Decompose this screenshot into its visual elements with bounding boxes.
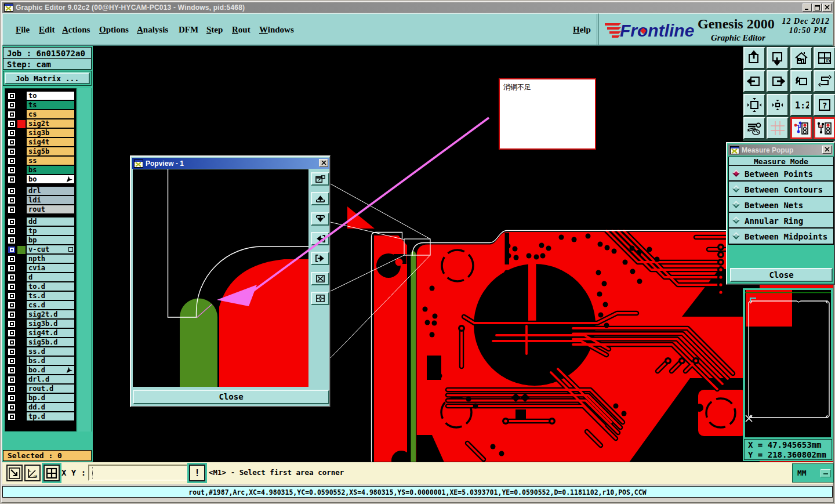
layer-color-swatch[interactable] xyxy=(17,120,26,128)
layer-row-bp[interactable]: bp xyxy=(5,236,76,245)
layer-name[interactable]: tp xyxy=(27,227,74,235)
layer-name[interactable]: drl.d xyxy=(27,375,74,383)
layer-visibility-checkbox[interactable] xyxy=(8,255,16,263)
layer-name[interactable]: bp xyxy=(27,236,74,244)
toolbar-square-arrow-left-icon[interactable] xyxy=(743,70,765,92)
layer-name[interactable]: to xyxy=(27,92,74,100)
toolbar-expand-view-icon[interactable] xyxy=(743,94,765,116)
layer-row-dd.d[interactable]: dd.d xyxy=(5,403,76,412)
layer-row-tp.d[interactable]: tp.d xyxy=(5,412,76,422)
toolbar-home-icon[interactable] xyxy=(790,47,812,69)
layer-row-ts[interactable]: ts xyxy=(5,101,76,110)
toolbar-setup-tools-icon[interactable] xyxy=(743,117,765,139)
menu-help[interactable]: Help xyxy=(573,25,591,35)
measure-close-button[interactable]: Close xyxy=(730,268,833,282)
layer-list-scroll-area[interactable] xyxy=(78,88,92,432)
annotation-note[interactable]: 消铜不足 xyxy=(499,78,596,150)
layer-visibility-checkbox[interactable] xyxy=(8,101,16,109)
minimize-button[interactable] xyxy=(803,3,812,12)
layer-visibility-checkbox[interactable] xyxy=(8,283,16,291)
units-dropdown-button[interactable] xyxy=(821,469,831,477)
bottom-measure-angle-icon[interactable]: Lok xyxy=(24,465,41,481)
layer-name[interactable]: ss xyxy=(27,157,74,165)
layer-visibility-checkbox[interactable] xyxy=(8,157,16,165)
layer-visibility-checkbox[interactable] xyxy=(8,92,16,100)
menu-step[interactable]: Step xyxy=(206,25,223,35)
layer-row-npth[interactable]: npth xyxy=(5,255,76,264)
layer-visibility-checkbox[interactable] xyxy=(8,367,16,374)
menu-rout[interactable]: Rout xyxy=(232,25,251,35)
popview-pan-down-icon[interactable] xyxy=(311,212,329,226)
toolbar-netlist-compare-black-icon[interactable] xyxy=(814,117,835,139)
layer-visibility-checkbox[interactable] xyxy=(8,274,16,281)
layer-visibility-checkbox[interactable] xyxy=(8,148,16,155)
xy-input[interactable] xyxy=(88,465,188,481)
popview-close-button[interactable]: Close xyxy=(133,390,329,404)
toolbar-netlist-compare-blue-icon[interactable] xyxy=(790,117,812,139)
measure-option-between-contours[interactable]: Between Contours xyxy=(729,182,833,197)
layer-row-sig2t.d[interactable]: sig2t.d xyxy=(5,310,76,320)
layer-row-cs.d[interactable]: cs.d xyxy=(5,301,76,310)
layer-name[interactable]: rout.d xyxy=(27,385,74,393)
layer-visibility-checkbox[interactable] xyxy=(8,206,16,213)
layer-name[interactable]: sig3b.d xyxy=(27,320,74,328)
toolbar-split-window-xy-icon[interactable]: XY xyxy=(814,47,835,69)
layer-name[interactable]: sig2t.d xyxy=(27,310,74,318)
layer-visibility-checkbox[interactable] xyxy=(8,339,16,346)
toolbar-square-arrow-right-icon[interactable] xyxy=(767,70,789,92)
measure-option-between-points[interactable]: Between Points xyxy=(729,166,833,182)
layer-name[interactable]: to.d xyxy=(27,282,74,291)
layer-row-bo.d[interactable]: bo.d xyxy=(5,366,76,375)
layer-name[interactable]: ts xyxy=(27,101,74,109)
measure-option-between-midpoints[interactable]: Between Midpoints xyxy=(729,229,833,244)
layer-name[interactable]: bp.d xyxy=(27,394,74,402)
layer-visibility-checkbox[interactable] xyxy=(8,187,16,195)
toolbar-scale-1-2-icon[interactable]: 1:2 xyxy=(790,94,812,116)
layer-visibility-checkbox[interactable] xyxy=(8,302,16,309)
layer-row-sig2t[interactable]: sig2t xyxy=(5,119,76,129)
menu-file[interactable]: File xyxy=(16,25,30,35)
layer-row-v-cut[interactable]: v-cut xyxy=(5,245,76,255)
layer-row-tp[interactable]: tp xyxy=(5,227,76,236)
popview-close-icon[interactable] xyxy=(319,159,328,167)
layer-row-drl[interactable]: drl xyxy=(5,187,76,196)
toolbar-square-arrow-up-icon[interactable] xyxy=(743,47,765,69)
layer-visibility-checkbox[interactable] xyxy=(8,166,16,174)
popview-pan-left-icon[interactable] xyxy=(311,232,329,245)
layer-visibility-checkbox[interactable] xyxy=(8,111,16,118)
toolbar-help-q-icon[interactable]: ? xyxy=(814,94,835,116)
layer-visibility-checkbox[interactable] xyxy=(8,320,16,328)
layer-name[interactable]: v-cut xyxy=(27,245,74,253)
viewport-rect[interactable] xyxy=(746,290,792,327)
measure-option-between-nets[interactable]: Between Nets xyxy=(729,197,833,213)
layer-row-sig3b.d[interactable]: sig3b.d xyxy=(5,320,76,329)
layer-row-rout[interactable]: rout xyxy=(5,205,76,215)
layer-visibility-checkbox[interactable] xyxy=(8,246,16,253)
layer-row-to.d[interactable]: to.d xyxy=(5,282,76,292)
close-button[interactable] xyxy=(822,3,832,12)
layer-visibility-checkbox[interactable] xyxy=(8,176,16,183)
measure-option-annular-ring[interactable]: Annular Ring xyxy=(729,213,833,229)
menu-options[interactable]: Options xyxy=(99,25,129,35)
layer-name[interactable]: cvia xyxy=(27,264,74,272)
layer-visibility-checkbox[interactable] xyxy=(8,329,16,337)
layer-visibility-checkbox[interactable] xyxy=(8,264,16,272)
layer-name[interactable]: ldi xyxy=(27,196,74,204)
layer-visibility-checkbox[interactable] xyxy=(8,385,16,393)
layer-name[interactable]: dd xyxy=(27,217,74,226)
layer-row-rout.d[interactable]: rout.d xyxy=(5,385,76,394)
layer-row-drl.d[interactable]: drl.d xyxy=(5,375,76,385)
units-dropdown[interactable]: MM xyxy=(792,463,834,483)
layer-name[interactable]: sig4t xyxy=(27,138,74,146)
menu-analysis[interactable]: Analysis xyxy=(137,25,168,35)
layer-visibility-checkbox[interactable] xyxy=(8,311,16,318)
layer-row-ldi[interactable]: ldi xyxy=(5,196,76,205)
layer-name[interactable]: sig4t.d xyxy=(27,329,74,337)
layer-name[interactable]: bs xyxy=(27,166,74,174)
bottom-diag-arrow-icon[interactable] xyxy=(6,465,23,481)
layer-visibility-checkbox[interactable] xyxy=(8,139,16,146)
layer-visibility-checkbox[interactable] xyxy=(8,129,16,137)
layer-row-d[interactable]: d xyxy=(5,273,76,282)
layer-visibility-checkbox[interactable] xyxy=(8,376,16,383)
menu-dfm[interactable]: DFM xyxy=(179,25,198,35)
